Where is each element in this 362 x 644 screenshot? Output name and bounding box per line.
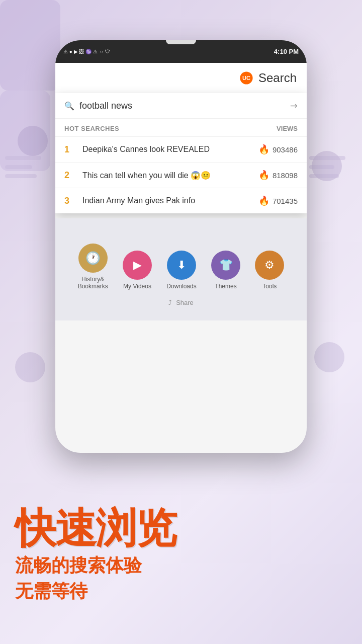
- downloads-button[interactable]: ⬇ Downloads: [166, 251, 196, 290]
- bg-circle-left: [18, 126, 48, 156]
- sub-line-1: 流畅的搜索体验: [15, 553, 347, 578]
- search-dropdown: 🔍 football news ↗ HOT SEARCHES VIEWS 1 D…: [55, 93, 307, 213]
- hot-searches-header: HOT SEARCHES VIEWS: [55, 119, 307, 136]
- download-icon: ⬇: [177, 259, 186, 272]
- my-videos-icon-circle: ▶: [123, 251, 152, 280]
- fire-icon-3: 🔥: [258, 195, 269, 206]
- search-result-3[interactable]: 3 Indian Army Man gives Pak info 🔥 70143…: [55, 188, 307, 213]
- chinese-text-overlay: 快速浏览 流畅的搜索体验 无需等待: [15, 508, 347, 604]
- themes-icon: 👕: [219, 259, 233, 272]
- status-time: 4:10 PM: [274, 48, 299, 55]
- themes-icon-circle: 👕: [211, 251, 240, 280]
- phone-bottom-section: 🕐 History&Bookmarks ▶ My Videos ⬇ Downlo…: [55, 218, 307, 320]
- bg-lines-right: [309, 156, 354, 183]
- result-text-3: Indian Army Man gives Pak info: [82, 196, 258, 205]
- bg-card-right: [0, 91, 50, 171]
- search-result-1[interactable]: 1 Deepika's Cannes look REVEALED 🔥 90348…: [55, 136, 307, 162]
- fire-icon-2: 🔥: [258, 170, 269, 181]
- search-input-row[interactable]: 🔍 football news ↗: [55, 93, 307, 119]
- uc-browser-logo: UC: [239, 71, 253, 85]
- result-text-1: Deepika's Cannes look REVEALED: [82, 145, 258, 154]
- share-hint-row: ⤴ Share: [65, 295, 297, 310]
- search-icon-small: 🔍: [64, 101, 74, 111]
- my-videos-button[interactable]: ▶ My Videos: [123, 251, 152, 290]
- phone-mockup: ⚠ ● ▶ 🖼 ♑ ⚠ ↔ 🛡 4:10 PM UC Search 🔍 foot…: [55, 40, 307, 453]
- sub-chinese-text: 流畅的搜索体验 无需等待: [15, 553, 347, 604]
- bg-card-left: [0, 0, 60, 91]
- search-bar-container: UC Search: [55, 63, 307, 93]
- downloads-label: Downloads: [166, 283, 196, 290]
- views-1: 903486: [273, 145, 298, 154]
- share-icon: ⤴: [168, 299, 172, 306]
- history-bookmarks-icon-circle: 🕐: [78, 244, 108, 273]
- tools-icon-circle: ⚙: [255, 251, 284, 280]
- history-bookmarks-label: History&Bookmarks: [78, 276, 108, 290]
- history-bookmarks-button[interactable]: 🕐 History&Bookmarks: [78, 244, 108, 290]
- bg-circle-bottom-right: [314, 342, 344, 372]
- main-chinese-text: 快速浏览: [15, 508, 347, 549]
- themes-button[interactable]: 👕 Themes: [211, 251, 240, 290]
- tools-icon: ⚙: [264, 259, 275, 272]
- search-result-2[interactable]: 2 This can tell when you will die 😱😐 🔥 8…: [55, 162, 307, 188]
- search-label: Search: [258, 71, 297, 85]
- downloads-icon-circle: ⬇: [167, 251, 196, 280]
- tools-button[interactable]: ⚙ Tools: [255, 251, 284, 290]
- phone-body: ⚠ ● ▶ 🖼 ♑ ⚠ ↔ 🛡 4:10 PM UC Search 🔍 foot…: [55, 40, 307, 453]
- rank-2: 2: [64, 170, 76, 181]
- bg-lines-left: [5, 156, 50, 183]
- bottom-icons-row: 🕐 History&Bookmarks ▶ My Videos ⬇ Downlo…: [65, 233, 297, 295]
- share-text: Share: [176, 299, 194, 306]
- fire-icon-1: 🔥: [258, 144, 269, 155]
- rank-1: 1: [64, 144, 76, 155]
- bg-circle-right: [312, 151, 342, 181]
- rank-3: 3: [64, 196, 76, 206]
- sub-line-2: 无需等待: [15, 579, 347, 604]
- tools-label: Tools: [262, 283, 277, 290]
- notification-icons: ⚠ ● ▶ 🖼 ♑ ⚠ ↔ 🛡: [63, 49, 111, 54]
- views-3: 701435: [273, 197, 298, 205]
- views-2: 818098: [273, 171, 298, 180]
- search-query-text: football news: [79, 101, 290, 111]
- result-text-2: This can tell when you will die 😱😐: [82, 171, 258, 180]
- themes-label: Themes: [215, 283, 236, 290]
- phone-notch: [166, 40, 196, 44]
- svg-text:UC: UC: [242, 75, 250, 81]
- history-icon: 🕐: [85, 251, 101, 265]
- views-label: VIEWS: [277, 125, 298, 132]
- search-bar[interactable]: UC Search: [65, 71, 297, 85]
- play-icon: ▶: [133, 259, 142, 272]
- hot-searches-label: HOT SEARCHES: [64, 125, 119, 132]
- bg-circle-bottom-left: [15, 352, 45, 382]
- status-icons-left: ⚠ ● ▶ 🖼 ♑ ⚠ ↔ 🛡: [63, 49, 111, 54]
- my-videos-label: My Videos: [123, 283, 151, 290]
